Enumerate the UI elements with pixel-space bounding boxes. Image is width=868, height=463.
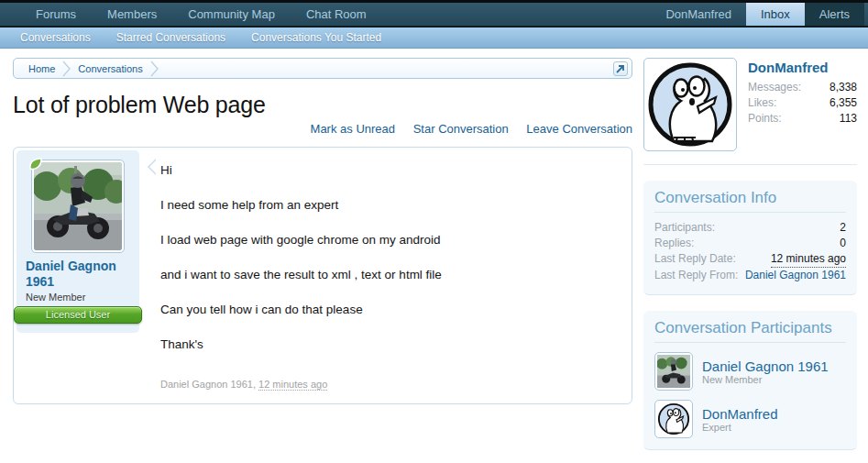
participant-row: DonManfred Expert	[654, 400, 846, 438]
info-label: Last Reply From:	[654, 268, 738, 283]
subnav-conversations-you-started[interactable]: Conversations You Started	[238, 31, 394, 44]
cat-cartoon-avatar	[657, 402, 690, 435]
navbar-spacer	[382, 3, 652, 26]
main-column: Home Conversations Lot of problem Web pa…	[13, 58, 632, 450]
participant-row: Daniel Gagnon 1961 New Member	[654, 352, 846, 391]
sub-navbar: Conversations Starred Conversations Conv…	[0, 28, 868, 49]
info-label: Replies:	[654, 236, 694, 251]
participant-name[interactable]: Daniel Gagnon 1961	[702, 358, 829, 374]
nav-forums[interactable]: Forums	[20, 3, 92, 26]
conversation-info-heading: Conversation Info	[654, 189, 846, 213]
message-paragraph: I need some help from an expert	[160, 197, 618, 213]
page-content: Home Conversations Lot of problem Web pa…	[0, 49, 868, 463]
participant-avatar[interactable]	[654, 400, 693, 438]
breadcrumb-chevron-icon	[62, 61, 71, 77]
tab-inbox[interactable]: Inbox	[746, 3, 805, 26]
message-paragraph: I load web page with google chrome on my…	[160, 232, 618, 248]
motorcycle-photo-avatar	[657, 355, 690, 388]
stat-value[interactable]: 6,355	[830, 95, 857, 111]
info-value-timestamp[interactable]: 12 minutes ago	[771, 251, 846, 268]
conversation-participants-heading: Conversation Participants	[654, 319, 846, 343]
stat-label: Likes:	[748, 95, 776, 111]
jump-to-bottom-icon[interactable]	[613, 61, 628, 76]
message-paragraph: Thank's	[160, 336, 618, 352]
visitor-name[interactable]: DonManfred	[748, 60, 857, 75]
info-label: Participants:	[654, 220, 715, 236]
author-role: New Member	[16, 290, 139, 303]
licensed-user-badge: Licensed User	[14, 306, 142, 324]
info-label: Last Reply Date:	[654, 251, 736, 268]
breadcrumb-chevron-icon	[150, 61, 159, 77]
stat-value[interactable]: 113	[840, 111, 857, 127]
info-value: 0	[840, 236, 846, 251]
author-name[interactable]: Daniel Gagnon 1961	[16, 259, 139, 290]
stat-label: Points:	[748, 111, 782, 127]
conversation-actions: Mark as Unread Star Conversation Leave C…	[13, 122, 632, 140]
participant-role: New Member	[702, 374, 829, 385]
info-last-reply-date: Last Reply Date: 12 minutes ago	[654, 251, 846, 268]
visitor-panel: DonManfred Messages: 8,338 Likes: 6,355 …	[643, 58, 857, 165]
info-replies: Replies: 0	[654, 236, 846, 251]
author-avatar[interactable]	[31, 160, 125, 253]
subnav-starred-conversations[interactable]: Starred Conversations	[104, 31, 238, 44]
stat-label: Messages:	[748, 80, 801, 95]
speech-bubble-arrow	[141, 159, 158, 175]
online-status-icon	[28, 157, 43, 175]
mark-as-unread-link[interactable]: Mark as Unread	[311, 122, 395, 136]
conversation-info-section: Conversation Info Participants: 2 Replie…	[643, 181, 857, 295]
info-value-user-link[interactable]: Daniel Gagnon 1961	[745, 268, 846, 283]
nav-community-map[interactable]: Community Map	[172, 3, 291, 26]
nav-account-username[interactable]: DonManfred	[651, 3, 746, 26]
stat-likes: Likes: 6,355	[748, 95, 857, 111]
breadcrumb-home[interactable]: Home	[25, 63, 59, 74]
stat-value[interactable]: 8,338	[830, 80, 857, 95]
participant-role: Expert	[702, 422, 778, 433]
message-block: Daniel Gagnon 1961 New Member Licensed U…	[13, 147, 632, 404]
nav-members[interactable]: Members	[92, 3, 172, 26]
message-paragraph: Can you tell how i can do that please	[160, 302, 618, 317]
tab-alerts[interactable]: Alerts	[805, 3, 864, 26]
leave-conversation-link[interactable]: Leave Conversation	[526, 122, 632, 136]
breadcrumb-conversations[interactable]: Conversations	[74, 63, 146, 74]
message-paragraph: and i want to save the result to xml , t…	[160, 267, 618, 282]
stat-messages: Messages: 8,338	[748, 80, 857, 95]
subnav-conversations[interactable]: Conversations	[7, 31, 104, 44]
info-last-reply-from: Last Reply From: Daniel Gagnon 1961	[654, 268, 846, 283]
message-timestamp[interactable]: 12 minutes ago	[258, 379, 327, 391]
participant-avatar[interactable]	[654, 352, 693, 391]
star-conversation-link[interactable]: Star Conversation	[413, 122, 509, 136]
message-footer: Daniel Gagnon 1961, 12 minutes ago	[160, 379, 629, 401]
message-paragraph: Hi	[160, 162, 618, 178]
breadcrumb: Home Conversations	[13, 58, 632, 79]
cat-cartoon-avatar	[646, 61, 734, 149]
info-participants: Participants: 2	[654, 220, 846, 236]
visitor-avatar[interactable]	[643, 58, 737, 151]
conversation-participants-section: Conversation Participants	[643, 311, 857, 450]
main-navbar: Forums Members Community Map Chat Room D…	[0, 3, 868, 28]
stat-points: Points: 113	[748, 111, 857, 127]
nav-chat-room[interactable]: Chat Room	[291, 3, 382, 26]
message-footer-author[interactable]: Daniel Gagnon 1961,	[160, 379, 256, 390]
message-author-panel: Daniel Gagnon 1961 New Member Licensed U…	[16, 150, 139, 333]
message-body: Hi I need some help from an expert I loa…	[159, 150, 629, 379]
page-title: Lot of problem Web page	[13, 92, 632, 118]
participant-name[interactable]: DonManfred	[702, 406, 778, 422]
sidebar: DonManfred Messages: 8,338 Likes: 6,355 …	[643, 58, 861, 450]
motorcycle-photo-avatar	[34, 162, 122, 250]
info-value: 2	[840, 220, 846, 236]
